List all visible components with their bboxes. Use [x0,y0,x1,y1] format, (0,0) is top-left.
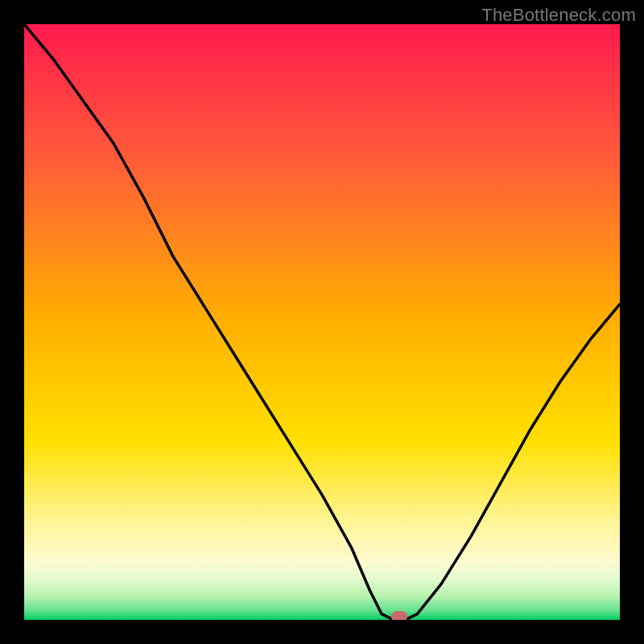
watermark-text: TheBottleneck.com [481,5,636,26]
plot-area [24,24,620,620]
bottleneck-curve [24,24,620,620]
minimum-marker [391,611,407,620]
chart-frame: TheBottleneck.com [0,0,644,644]
